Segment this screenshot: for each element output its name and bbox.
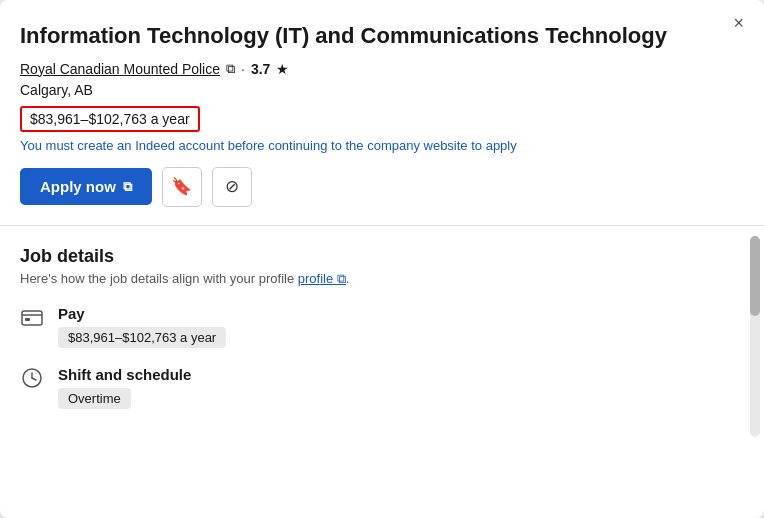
schedule-label: Shift and schedule [58, 366, 191, 383]
svg-line-5 [32, 378, 36, 380]
pay-content: Pay $83,961–$102,763 a year [58, 305, 226, 348]
save-job-button[interactable]: 🔖 [162, 167, 202, 207]
job-modal: × Information Technology (IT) and Commun… [0, 0, 764, 518]
scrollbar-thumb [750, 236, 760, 316]
company-name-link[interactable]: Royal Canadian Mounted Police [20, 61, 220, 77]
salary-range: $83,961–$102,763 a year [20, 106, 200, 132]
svg-rect-0 [22, 311, 42, 325]
subtitle-text: Here's how the job details align with yo… [20, 271, 294, 286]
schedule-detail-row: Shift and schedule Overtime [20, 366, 736, 409]
schedule-icon [20, 367, 44, 394]
apply-label: Apply now [40, 178, 116, 195]
apply-ext-icon: ⧉ [123, 179, 132, 195]
profile-link[interactable]: profile ⧉ [298, 271, 346, 286]
job-details-title: Job details [20, 246, 736, 267]
job-title: Information Technology (IT) and Communic… [20, 22, 736, 51]
pay-detail-row: Pay $83,961–$102,763 a year [20, 305, 736, 348]
schedule-content: Shift and schedule Overtime [58, 366, 191, 409]
account-notice: You must create an Indeed account before… [20, 138, 736, 153]
bookmark-icon: 🔖 [171, 176, 192, 197]
svg-rect-2 [25, 318, 30, 321]
apply-now-button[interactable]: Apply now ⧉ [20, 168, 152, 205]
scrollbar[interactable] [750, 236, 760, 437]
pay-icon [20, 306, 44, 333]
job-location: Calgary, AB [20, 82, 736, 98]
company-rating: 3.7 [251, 61, 270, 77]
close-button[interactable]: × [727, 10, 750, 36]
profile-link-icon: profile ⧉. [298, 271, 350, 286]
separator: · [241, 61, 245, 77]
pay-tag: $83,961–$102,763 a year [58, 327, 226, 348]
schedule-tag: Overtime [58, 388, 131, 409]
external-link-icon: ⧉ [226, 61, 235, 77]
job-details-subtitle: Here's how the job details align with yo… [20, 271, 736, 287]
action-row: Apply now ⧉ 🔖 ⊘ [20, 167, 736, 207]
bottom-section: Job details Here's how the job details a… [0, 226, 764, 447]
pay-label: Pay [58, 305, 226, 322]
not-interested-button[interactable]: ⊘ [212, 167, 252, 207]
company-row: Royal Canadian Mounted Police ⧉ · 3.7 ★ [20, 61, 736, 77]
not-interested-icon: ⊘ [225, 176, 239, 197]
top-section: Information Technology (IT) and Communic… [0, 0, 764, 226]
star-icon: ★ [276, 61, 289, 77]
